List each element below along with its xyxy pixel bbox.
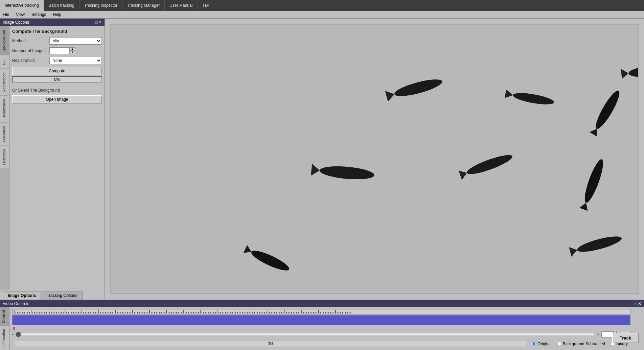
track-button[interactable]: Track — [612, 333, 639, 343]
progress-bottom-label: 0% — [268, 342, 273, 346]
tab-td2[interactable]: TD² — [198, 0, 214, 11]
menu-file[interactable]: File — [1, 11, 10, 18]
video-panel-header: Video Controls □ ✕ — [0, 300, 644, 307]
side-tab-binarization[interactable]: Binarization — [0, 95, 9, 122]
side-tab-operation[interactable]: Operation — [0, 122, 9, 145]
bottom-tab-tracking-options[interactable]: Tracking Options — [42, 291, 82, 300]
compute-button[interactable]: Compute — [12, 67, 102, 75]
bottom-tab-image-options[interactable]: Image Options — [3, 291, 41, 300]
video-close[interactable]: ✕ — [638, 301, 641, 306]
tab-batch-tracking[interactable]: Batch tracking — [44, 0, 79, 11]
content-area: Image Options □ ✕ Background ROI Registr… — [0, 19, 644, 300]
right-panel — [105, 19, 644, 300]
video-minimize[interactable]: □ — [634, 301, 637, 306]
method-row: Method: Min Max Mean Median — [12, 37, 102, 45]
or-select-label: Or Select The Background — [12, 88, 102, 93]
side-tab-roi[interactable]: ROI — [0, 55, 9, 69]
menu-help[interactable]: Help — [52, 11, 63, 18]
radio-original-label: Original — [537, 342, 551, 346]
section-title-compute-bg: Compute The Background — [12, 29, 102, 34]
compute-progress-label: 0% — [54, 77, 60, 82]
menu-view[interactable]: View — [15, 11, 26, 18]
fps-input[interactable]: 25 — [601, 331, 614, 337]
side-tab-background[interactable]: Background — [0, 26, 9, 55]
timeline-bar-container[interactable]: 0 — [12, 315, 630, 325]
video-panel-controls: □ ✕ — [634, 301, 641, 306]
tab-bar: Interactive tracking Batch tracking Trac… — [0, 0, 644, 11]
timeline-frame-label: 0 — [13, 326, 15, 330]
radio-bg-subtracted-label: Background Subtracted — [563, 342, 605, 346]
num-images-spinbox: 200 ▲ ▼ — [49, 47, 75, 54]
timeline-ruler: // Will be populated via JS below — [12, 309, 630, 314]
radio-bg-subtracted-input[interactable] — [557, 342, 561, 346]
play-slider[interactable] — [16, 332, 595, 337]
image-options-title: Image Options — [3, 20, 29, 25]
progress-bottom: 0% — [15, 341, 526, 347]
side-tabs: Background ROI Registration Binarization… — [0, 26, 9, 290]
playback-controls: - + 25 ▲ ▼ — [12, 331, 630, 338]
open-image-button[interactable]: Open Image — [12, 95, 102, 103]
main-layout: Image Options □ ✕ Background ROI Registr… — [0, 19, 644, 350]
fish-scene-svg — [111, 25, 638, 294]
num-images-label: Number of Images: — [12, 48, 49, 53]
timeline-fill — [13, 316, 630, 325]
panel-controls: □ ✕ — [95, 20, 102, 25]
play-minus[interactable]: - — [12, 332, 14, 337]
method-label: Method: — [12, 39, 49, 43]
viewport-frame — [110, 24, 639, 294]
radio-bg-subtracted[interactable]: Background Subtracted — [557, 342, 605, 346]
spinbox-down[interactable]: ▼ — [70, 51, 75, 54]
video-side-tab-control[interactable]: Control — [0, 307, 9, 326]
panel-content: Compute The Background Method: Min Max M… — [9, 26, 105, 290]
compute-progress: 0% — [12, 76, 102, 83]
side-tab-registration[interactable]: Registration — [0, 69, 9, 96]
tab-tracking-inspector[interactable]: Tracking Inspector — [79, 0, 122, 11]
video-controls-panel: Video Controls □ ✕ Control Information /… — [0, 300, 644, 350]
tab-user-manual[interactable]: User Manual — [165, 0, 198, 11]
bottom-tabs: Image Options Tracking Options — [0, 290, 105, 300]
registration-label: Registration: — [12, 58, 49, 63]
method-select[interactable]: Min Max Mean Median — [49, 37, 102, 45]
image-options-header: Image Options □ ✕ — [0, 19, 105, 26]
menu-bar: File View Settings Help — [0, 11, 644, 19]
spinbox-up[interactable]: ▲ — [70, 47, 75, 51]
tab-tracking-manager[interactable]: Tracking Manager — [122, 0, 165, 11]
registration-row: Registration: None Translation Affine — [12, 57, 102, 64]
track-btn-container: Track — [633, 307, 644, 350]
num-images-row: Number of Images: 200 ▲ ▼ — [12, 47, 102, 54]
video-controls-content: // Will be populated via JS below 0 - + … — [9, 307, 633, 350]
menu-settings[interactable]: Settings — [30, 11, 47, 18]
panel-minimize[interactable]: □ — [95, 20, 98, 25]
video-side-tab-information[interactable]: Information — [0, 326, 9, 350]
video-controls-title: Video Controls — [3, 301, 29, 306]
spinbox-btns: ▲ ▼ — [70, 47, 75, 54]
bottom-status-row: 0% Original Background Subtracted — [12, 340, 630, 348]
video-side-tabs: Control Information — [0, 307, 9, 350]
side-tab-detection[interactable]: Detection — [0, 145, 9, 168]
side-tabs-container: Background ROI Registration Binarization… — [0, 26, 105, 290]
tab-interactive-tracking[interactable]: Interactive tracking — [0, 0, 44, 11]
registration-select[interactable]: None Translation Affine — [49, 57, 102, 64]
radio-original-input[interactable] — [532, 342, 536, 346]
svg-rect-1 — [111, 25, 638, 294]
left-panel: Image Options □ ✕ Background ROI Registr… — [0, 19, 105, 300]
panel-close[interactable]: ✕ — [98, 20, 102, 25]
num-images-input[interactable]: 200 — [49, 47, 70, 54]
radio-original[interactable]: Original — [532, 342, 551, 346]
play-plus[interactable]: + — [597, 332, 599, 337]
video-side-tabs-container: Control Information // Will be populated… — [0, 307, 644, 350]
